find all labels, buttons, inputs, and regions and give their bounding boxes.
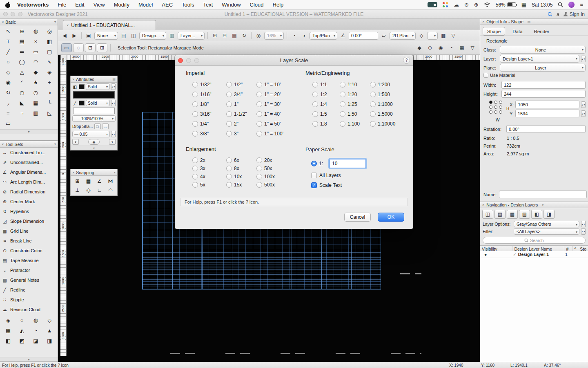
palette-menu-icon[interactable]: ▾ xyxy=(114,171,116,174)
fill-style-dropdown[interactable]: Solid xyxy=(86,83,110,90)
rotation-input[interactable]: 0.00° xyxy=(506,125,586,133)
radio-1-8[interactable]: 1/8" xyxy=(192,99,226,109)
poly-style-icon[interactable]: ◇ xyxy=(417,31,425,40)
view-dropdown[interactable]: Top/Plan xyxy=(310,32,337,40)
visible-eye-icon[interactable]: ● xyxy=(484,252,487,257)
attr-eyedropper-button[interactable]: ◉ xyxy=(88,139,100,145)
plane-dropdown[interactable]: Layer xyxy=(500,64,586,72)
radio-20x[interactable]: 20x xyxy=(256,156,305,164)
line-tool-icon[interactable]: ╱ xyxy=(1,47,15,57)
dome-icon[interactable]: ◔ xyxy=(29,325,43,336)
radio-3[interactable]: 3" xyxy=(226,129,256,139)
radio-1-20[interactable]: 1:20 xyxy=(340,90,370,99)
zoom-tool-icon[interactable]: ◎ xyxy=(42,26,56,36)
object-info-header[interactable]: × Object Info - Shape ▤ xyxy=(480,19,588,25)
radio-3-8[interactable]: 3/8" xyxy=(192,129,226,139)
apple-menu-icon[interactable] xyxy=(5,2,11,8)
double-line-tool-icon[interactable]: ═ xyxy=(15,47,29,57)
pyramid-icon[interactable]: ▲ xyxy=(42,325,56,336)
palette-menu-icon[interactable]: ▾ xyxy=(54,142,56,146)
rectangular-marquee-mode-button[interactable]: ▭ xyxy=(61,43,72,52)
nav-design-layers-icon[interactable]: ▤ xyxy=(494,210,506,219)
colors-icon[interactable]: ▩ xyxy=(439,31,448,40)
toolset-redline[interactable]: ╱Redline xyxy=(0,285,58,295)
input-source-icon[interactable]: ▦ xyxy=(521,2,526,8)
nav-link-icon[interactable]: ◫ xyxy=(482,210,493,219)
fill-preview-swatch[interactable] xyxy=(73,91,115,99)
roof-icon[interactable]: ◩ xyxy=(15,336,29,346)
more-options-icon[interactable]: ▽ xyxy=(449,31,457,40)
layer-search-field[interactable]: Search xyxy=(483,237,586,244)
toolset-radial-dimension[interactable]: ⊘Radial Dimension xyxy=(0,187,58,197)
spotlight-search-icon[interactable] xyxy=(558,2,563,7)
mirror-tool-icon[interactable]: ◑ xyxy=(42,88,56,98)
basic-collapse-handle[interactable]: ▾ xyxy=(0,129,58,134)
rectangle-tool-icon[interactable]: ▭ xyxy=(29,47,43,57)
x-input[interactable]: 1050 xyxy=(515,101,579,108)
radio-1-50[interactable]: 1" = 50' xyxy=(256,119,305,129)
radio-1-20[interactable]: 1" = 20' xyxy=(256,90,305,99)
filter-icon[interactable]: ▽ xyxy=(468,44,477,52)
toolsets-collapse-handle[interactable]: ▾ xyxy=(0,357,58,361)
radio-1-40[interactable]: 1" = 40' xyxy=(256,109,305,119)
snap-to-distance-icon[interactable]: ⊥ xyxy=(72,186,83,195)
radio-3x[interactable]: 3x xyxy=(192,164,226,173)
snap-to-grid-icon[interactable]: ⊞ xyxy=(72,177,83,186)
locus-tool-icon[interactable]: + xyxy=(42,77,56,88)
ortho-icon[interactable]: ▱ xyxy=(380,31,388,40)
texture-icon[interactable]: ◈ xyxy=(1,315,15,325)
close-icon[interactable]: × xyxy=(2,20,4,24)
attr-preset-left[interactable]: ▾ xyxy=(72,139,79,145)
lasso-mode-button[interactable]: ◌ xyxy=(73,43,84,52)
menu-view[interactable]: View xyxy=(94,2,105,8)
chamfer-tool-icon[interactable]: ◣ xyxy=(15,98,29,108)
tab-shape[interactable]: Shape xyxy=(483,27,505,36)
toolset-center-mark[interactable]: ⊕Center Mark xyxy=(0,197,58,206)
position-anchor-grid[interactable] xyxy=(489,101,504,115)
radio-1-4[interactable]: 1/4" xyxy=(192,119,226,129)
cloud-icon[interactable]: ☁ xyxy=(454,2,459,8)
wifi-icon[interactable] xyxy=(484,2,490,7)
visibility-cell[interactable]: ● xyxy=(480,252,513,257)
radio-1-8[interactable]: 1:8 xyxy=(312,119,340,129)
radio-1-500[interactable]: 1:500 xyxy=(370,90,411,99)
y-input[interactable]: 1534 xyxy=(515,110,579,117)
walkthrough-icon[interactable]: ◑ xyxy=(300,31,308,40)
window-zoom-button[interactable] xyxy=(18,12,22,16)
toolset-constrain-coincident[interactable]: ⊙Constrain Coinc... xyxy=(0,246,58,256)
close-icon[interactable]: × xyxy=(72,77,74,81)
edit-class-icon[interactable]: ▤ xyxy=(120,31,128,40)
offset-tool-icon[interactable]: ≡ xyxy=(1,108,15,118)
sign-in-button[interactable]: Sign In xyxy=(564,11,585,17)
pen-icon[interactable]: ╱ xyxy=(72,101,78,106)
toolset-protractor[interactable]: ◒Protractor xyxy=(0,265,58,275)
sync-icon[interactable]: ⊙ xyxy=(464,2,469,8)
toolset-arc-length-dimension[interactable]: ◠Arc Length Dim... xyxy=(0,177,58,187)
toolset-constrained-linear[interactable]: ↔Constrained Lin... xyxy=(0,148,58,157)
clock-tool-icon[interactable]: ◴ xyxy=(29,88,43,98)
nav-saved-views-icon[interactable]: ◧ xyxy=(531,210,542,219)
ramp-tool-icon[interactable]: ◺ xyxy=(42,108,56,118)
use-material-checkbox[interactable]: ✓ xyxy=(483,73,488,78)
pen-style-dropdown[interactable]: Solid xyxy=(86,100,110,106)
radio-4x[interactable]: 4x xyxy=(192,173,226,181)
regular-polygon-tool-icon[interactable]: ◆ xyxy=(29,67,43,77)
layer-name-cell[interactable]: ✓Design Layer-1 xyxy=(513,252,565,257)
fillet-tool-icon[interactable]: ◞ xyxy=(1,98,15,108)
line-weight-dropdown[interactable]: — 0.05 xyxy=(72,131,110,137)
titlebar-search-icon[interactable] xyxy=(548,12,552,17)
toolset-general-notes[interactable]: ▤General Notes xyxy=(0,275,58,285)
diamond-tool-icon[interactable]: ◈ xyxy=(42,67,56,77)
forward-icon[interactable]: ▶ xyxy=(70,31,78,40)
menu-file[interactable]: File xyxy=(58,2,66,8)
fill-style-stepper[interactable]: ▲▼ xyxy=(111,83,116,90)
terrain-icon[interactable]: ◭ xyxy=(15,325,29,336)
radio-1-5[interactable]: 1:5 xyxy=(312,109,340,119)
snap-to-intersection-icon[interactable]: ⋈ xyxy=(105,177,116,186)
column-icon[interactable]: ◨ xyxy=(42,336,56,346)
render-tools-icon[interactable]: ◆ xyxy=(415,44,423,52)
clip-tool-icon[interactable]: ◧ xyxy=(42,36,56,47)
control-center-icon[interactable]: ≡ xyxy=(580,2,583,8)
close-icon[interactable]: × xyxy=(482,20,484,24)
slab-icon[interactable]: ◪ xyxy=(29,336,43,346)
